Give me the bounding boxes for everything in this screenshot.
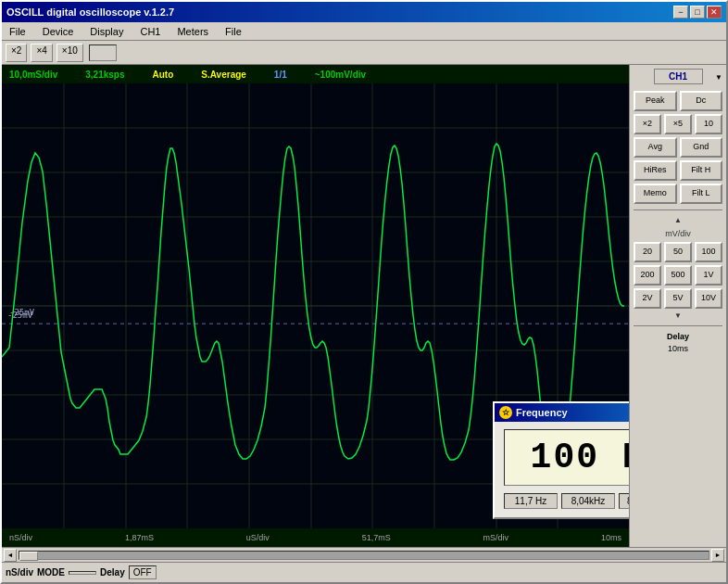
avg-mode-info: S.Average <box>201 70 246 80</box>
menu-device[interactable]: Device <box>39 25 78 38</box>
scroll-left-arrow[interactable]: ◄ <box>4 549 17 562</box>
bottom-delay-value: OFF <box>129 565 157 579</box>
bottom-time-label: nS/div <box>6 567 33 578</box>
bottom-controls: nS/div MODE Delay OFF <box>2 562 726 582</box>
trigger-mode-info: Auto <box>153 70 174 80</box>
right-panel: CH1 ▼ Peak Dc ×2 ×5 10 Avg Gnd HiRes Fil… <box>629 65 726 547</box>
panel-1v-btn[interactable]: 1V <box>695 265 722 286</box>
toolbar-x2[interactable]: ×2 <box>6 44 27 62</box>
panel-divider-2 <box>634 325 722 326</box>
menu-ch1[interactable]: CH1 <box>136 25 164 38</box>
panel-divider-1 <box>634 209 722 210</box>
ch1-header: CH1 ▼ <box>634 69 722 86</box>
panel-100mv-btn[interactable]: 100 <box>695 242 722 262</box>
bottom-mode-value <box>69 571 96 575</box>
scale-val2: 51,7mS <box>362 533 391 542</box>
voltage-marker-label: -25mV <box>7 311 32 320</box>
delay-value: 10ms <box>634 344 722 353</box>
scroll-right-arrow[interactable]: ► <box>711 549 724 562</box>
delay-label: Delay <box>634 332 722 341</box>
mvdiv-label: mV/div <box>634 229 722 238</box>
panel-10-btn[interactable]: 10 <box>695 114 722 134</box>
panel-row-20-50-100: 20 50 100 <box>634 242 722 262</box>
close-button[interactable]: ✕ <box>707 6 722 19</box>
panel-scroll-up[interactable]: ▼ <box>703 73 723 82</box>
title-bar-buttons: − □ ✕ <box>673 6 722 19</box>
panel-x5-btn[interactable]: ×5 <box>664 114 692 134</box>
panel-2v-btn[interactable]: 2V <box>634 288 661 309</box>
maximize-button[interactable]: □ <box>690 6 705 19</box>
scope-info-bar: 10,0mS/div 3,21ksps Auto S.Average 1/1 ~… <box>2 65 629 83</box>
ch1-label: CH1 <box>654 69 703 84</box>
panel-dc-btn[interactable]: Dc <box>680 91 723 111</box>
sample-rate-info: 3,21ksps <box>85 70 124 80</box>
scale-us: uS/div <box>246 533 270 542</box>
panel-50mv-btn[interactable]: 50 <box>664 242 692 262</box>
mvdiv-scroll-up[interactable]: ▲ <box>634 216 722 224</box>
panel-row-hires-filth: HiRes Filt H <box>634 160 722 181</box>
menu-file[interactable]: File <box>6 25 30 38</box>
menu-bar: File Device Display CH1 Meters File <box>2 22 726 41</box>
panel-row-200-500-1v: 200 500 1V <box>634 265 722 286</box>
panel-row-avg-gnd: Avg Gnd <box>634 137 722 158</box>
menu-file2[interactable]: File <box>221 25 245 38</box>
panel-filth-btn[interactable]: Filt H <box>680 160 723 181</box>
content-area: 10,0mS/div 3,21ksps Auto S.Average 1/1 ~… <box>2 65 726 547</box>
scale-val1: 1,87mS <box>125 533 154 542</box>
panel-x2-btn[interactable]: ×2 <box>634 114 661 134</box>
scope-bottom-bar: nS/div 1,87mS uS/div 51,7mS mS/div 10ms <box>2 528 629 547</box>
panel-filtl-btn[interactable]: Filt L <box>680 184 723 204</box>
frequency-window: ☆ Frequency − □ ✕ 100 Hz 11,7 Hz 8,04kHz… <box>493 401 629 519</box>
panel-peak-btn[interactable]: Peak <box>634 91 677 111</box>
panel-row-multiplier: ×2 ×5 10 <box>634 114 722 134</box>
mvdiv-scroll-down[interactable]: ▼ <box>634 311 722 320</box>
panel-5v-btn[interactable]: 5V <box>664 288 692 309</box>
panel-hires-btn[interactable]: HiRes <box>634 160 677 181</box>
panel-row-2v-5v-10v: 2V 5V 10V <box>634 288 722 309</box>
toolbar-x4[interactable]: ×4 <box>31 44 52 62</box>
toolbar-x10[interactable]: ×10 <box>56 44 83 62</box>
window-title: OSCILL digital oscilloscope v.1.2.7 <box>6 6 174 18</box>
freq-title-text: Frequency <box>516 407 568 418</box>
menu-display[interactable]: Display <box>86 25 127 38</box>
panel-row-peak-dc: Peak Dc <box>634 91 722 111</box>
bottom-mode-label: MODE <box>37 567 65 578</box>
scroll-track[interactable] <box>19 551 709 560</box>
freq-icon: ☆ <box>499 406 512 419</box>
panel-row-memo-filtl: Memo Filt L <box>634 184 722 204</box>
title-bar: OSCILL digital oscilloscope v.1.2.7 − □ … <box>2 2 726 22</box>
toolbar-input[interactable] <box>89 44 117 61</box>
freq-max: 80,51 Hz <box>619 493 629 509</box>
panel-gnd-btn[interactable]: Gnd <box>680 137 723 158</box>
scroll-thumb[interactable] <box>19 552 38 561</box>
scale-val3: 10ms <box>601 533 621 542</box>
bottom-delay-label: Delay <box>100 567 125 578</box>
panel-200mv-btn[interactable]: 200 <box>634 265 661 286</box>
panel-10v-btn[interactable]: 10V <box>695 288 722 309</box>
scale-ns: nS/div <box>9 533 32 542</box>
scale-ms: mS/div <box>483 533 509 542</box>
panel-avg-btn[interactable]: Avg <box>634 137 677 158</box>
toolbar: ×2 ×4 ×10 <box>2 41 726 65</box>
channel-info: 1/1 <box>274 70 287 80</box>
volt-div-info: ~100mV/div <box>315 70 366 80</box>
freq-bottom-row: 11,7 Hz 8,04kHz 80,51 Hz ⧉ <box>504 491 629 510</box>
freq-display: 100 Hz <box>504 429 629 486</box>
freq-body: 100 Hz 11,7 Hz 8,04kHz 80,51 Hz ⧉ <box>495 422 629 517</box>
scope-display: 10,0mS/div 3,21ksps Auto S.Average 1/1 ~… <box>2 65 629 547</box>
h-scrollbar: ◄ ► <box>2 547 726 562</box>
panel-500mv-btn[interactable]: 500 <box>664 265 692 286</box>
freq-title: ☆ Frequency <box>499 406 568 419</box>
menu-meters[interactable]: Meters <box>173 25 212 38</box>
panel-20mv-btn[interactable]: 20 <box>634 242 661 262</box>
main-window: OSCILL digital oscilloscope v.1.2.7 − □ … <box>0 0 728 584</box>
time-div-info: 10,0mS/div <box>9 70 57 80</box>
panel-memo-btn[interactable]: Memo <box>634 184 677 204</box>
freq-min: 11,7 Hz <box>504 493 558 509</box>
freq-mid: 8,04kHz <box>561 493 615 509</box>
freq-title-bar: ☆ Frequency − □ ✕ <box>495 403 629 422</box>
minimize-button[interactable]: − <box>673 6 688 19</box>
